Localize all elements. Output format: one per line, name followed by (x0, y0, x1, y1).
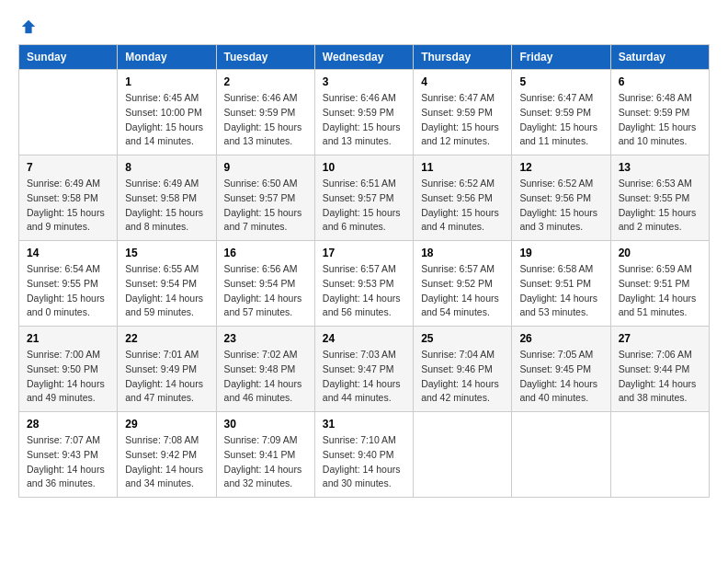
week-row-4: 21Sunrise: 7:00 AM Sunset: 9:50 PM Dayli… (19, 327, 710, 412)
calendar-cell (19, 70, 118, 155)
day-info: Sunrise: 6:47 AM Sunset: 9:59 PM Dayligh… (421, 91, 504, 149)
day-info: Sunrise: 6:59 AM Sunset: 9:51 PM Dayligh… (619, 262, 701, 320)
page-header (18, 18, 710, 35)
day-number: 9 (224, 161, 307, 174)
day-number: 7 (27, 161, 109, 174)
day-info: Sunrise: 6:49 AM Sunset: 9:58 PM Dayligh… (27, 177, 109, 235)
calendar-cell: 28Sunrise: 7:07 AM Sunset: 9:43 PM Dayli… (19, 412, 118, 498)
calendar-cell: 8Sunrise: 6:49 AM Sunset: 9:58 PM Daylig… (118, 155, 216, 241)
calendar-cell: 12Sunrise: 6:52 AM Sunset: 9:56 PM Dayli… (512, 155, 610, 241)
day-number: 14 (27, 247, 109, 259)
day-info: Sunrise: 6:48 AM Sunset: 9:59 PM Dayligh… (619, 91, 701, 149)
day-info: Sunrise: 7:08 AM Sunset: 9:42 PM Dayligh… (125, 433, 208, 491)
day-number: 24 (323, 332, 405, 345)
day-info: Sunrise: 6:58 AM Sunset: 9:51 PM Dayligh… (519, 262, 602, 320)
calendar-cell: 30Sunrise: 7:09 AM Sunset: 9:41 PM Dayli… (216, 412, 314, 498)
day-info: Sunrise: 6:51 AM Sunset: 9:57 PM Dayligh… (323, 177, 405, 235)
day-info: Sunrise: 7:06 AM Sunset: 9:44 PM Dayligh… (619, 348, 701, 406)
day-info: Sunrise: 6:53 AM Sunset: 9:55 PM Dayligh… (619, 177, 701, 235)
day-info: Sunrise: 6:50 AM Sunset: 9:57 PM Dayligh… (224, 177, 307, 235)
calendar-cell: 16Sunrise: 6:56 AM Sunset: 9:54 PM Dayli… (216, 241, 314, 327)
calendar-cell: 23Sunrise: 7:02 AM Sunset: 9:48 PM Dayli… (216, 327, 314, 412)
calendar-cell: 11Sunrise: 6:52 AM Sunset: 9:56 PM Dayli… (414, 155, 512, 241)
header-row: SundayMondayTuesdayWednesdayThursdayFrid… (19, 45, 710, 70)
calendar-cell: 3Sunrise: 6:46 AM Sunset: 9:59 PM Daylig… (314, 70, 413, 155)
logo-icon (20, 18, 37, 35)
header-day-sunday: Sunday (19, 45, 118, 70)
calendar-cell: 21Sunrise: 7:00 AM Sunset: 9:50 PM Dayli… (19, 327, 118, 412)
day-info: Sunrise: 7:05 AM Sunset: 9:45 PM Dayligh… (519, 348, 602, 406)
calendar-cell: 6Sunrise: 6:48 AM Sunset: 9:59 PM Daylig… (610, 70, 709, 155)
calendar-cell: 9Sunrise: 6:50 AM Sunset: 9:57 PM Daylig… (216, 155, 314, 241)
header-day-wednesday: Wednesday (314, 45, 413, 70)
calendar-cell: 29Sunrise: 7:08 AM Sunset: 9:42 PM Dayli… (118, 412, 216, 498)
week-row-2: 7Sunrise: 6:49 AM Sunset: 9:58 PM Daylig… (19, 155, 710, 241)
day-info: Sunrise: 7:10 AM Sunset: 9:40 PM Dayligh… (323, 433, 405, 491)
day-number: 25 (421, 332, 504, 345)
day-number: 31 (323, 418, 405, 431)
calendar-cell: 7Sunrise: 6:49 AM Sunset: 9:58 PM Daylig… (19, 155, 118, 241)
day-number: 13 (619, 161, 701, 174)
day-number: 15 (125, 247, 208, 259)
calendar-cell (512, 412, 610, 498)
day-info: Sunrise: 6:57 AM Sunset: 9:53 PM Dayligh… (323, 262, 405, 320)
day-info: Sunrise: 6:52 AM Sunset: 9:56 PM Dayligh… (519, 177, 602, 235)
day-number: 8 (125, 161, 208, 174)
day-info: Sunrise: 6:54 AM Sunset: 9:55 PM Dayligh… (27, 262, 109, 320)
calendar-cell: 18Sunrise: 6:57 AM Sunset: 9:52 PM Dayli… (414, 241, 512, 327)
week-row-1: 1Sunrise: 6:45 AM Sunset: 10:00 PM Dayli… (19, 70, 710, 155)
day-info: Sunrise: 6:57 AM Sunset: 9:52 PM Dayligh… (421, 262, 504, 320)
day-number: 23 (224, 332, 307, 345)
calendar-cell: 27Sunrise: 7:06 AM Sunset: 9:44 PM Dayli… (610, 327, 709, 412)
calendar-cell: 22Sunrise: 7:01 AM Sunset: 9:49 PM Dayli… (118, 327, 216, 412)
calendar-cell: 31Sunrise: 7:10 AM Sunset: 9:40 PM Dayli… (314, 412, 413, 498)
day-info: Sunrise: 6:55 AM Sunset: 9:54 PM Dayligh… (125, 262, 208, 320)
day-number: 20 (619, 247, 701, 259)
calendar-cell: 1Sunrise: 6:45 AM Sunset: 10:00 PM Dayli… (118, 70, 216, 155)
day-number: 16 (224, 247, 307, 259)
week-row-5: 28Sunrise: 7:07 AM Sunset: 9:43 PM Dayli… (19, 412, 710, 498)
calendar-cell: 14Sunrise: 6:54 AM Sunset: 9:55 PM Dayli… (19, 241, 118, 327)
header-day-thursday: Thursday (414, 45, 512, 70)
header-day-saturday: Saturday (610, 45, 709, 70)
calendar-cell: 20Sunrise: 6:59 AM Sunset: 9:51 PM Dayli… (610, 241, 709, 327)
day-number: 28 (27, 418, 109, 431)
calendar-cell: 13Sunrise: 6:53 AM Sunset: 9:55 PM Dayli… (610, 155, 709, 241)
header-day-friday: Friday (512, 45, 610, 70)
day-info: Sunrise: 7:00 AM Sunset: 9:50 PM Dayligh… (27, 348, 109, 406)
day-info: Sunrise: 6:47 AM Sunset: 9:59 PM Dayligh… (519, 91, 602, 149)
calendar-header: SundayMondayTuesdayWednesdayThursdayFrid… (19, 45, 710, 70)
day-number: 11 (421, 161, 504, 174)
day-number: 18 (421, 247, 504, 259)
day-number: 30 (224, 418, 307, 431)
logo (18, 18, 37, 35)
day-info: Sunrise: 6:46 AM Sunset: 9:59 PM Dayligh… (224, 91, 307, 149)
day-info: Sunrise: 7:07 AM Sunset: 9:43 PM Dayligh… (27, 433, 109, 491)
svg-marker-0 (22, 20, 35, 33)
calendar-body: 1Sunrise: 6:45 AM Sunset: 10:00 PM Dayli… (19, 70, 710, 498)
day-number: 29 (125, 418, 208, 431)
day-number: 6 (619, 75, 701, 88)
calendar-cell: 19Sunrise: 6:58 AM Sunset: 9:51 PM Dayli… (512, 241, 610, 327)
calendar-cell: 17Sunrise: 6:57 AM Sunset: 9:53 PM Dayli… (314, 241, 413, 327)
day-info: Sunrise: 7:09 AM Sunset: 9:41 PM Dayligh… (224, 433, 307, 491)
day-number: 22 (125, 332, 208, 345)
day-info: Sunrise: 7:03 AM Sunset: 9:47 PM Dayligh… (323, 348, 405, 406)
calendar-cell: 4Sunrise: 6:47 AM Sunset: 9:59 PM Daylig… (414, 70, 512, 155)
day-info: Sunrise: 6:46 AM Sunset: 9:59 PM Dayligh… (323, 91, 405, 149)
calendar-cell: 5Sunrise: 6:47 AM Sunset: 9:59 PM Daylig… (512, 70, 610, 155)
day-number: 12 (519, 161, 602, 174)
calendar-cell (610, 412, 709, 498)
day-number: 2 (224, 75, 307, 88)
day-info: Sunrise: 6:52 AM Sunset: 9:56 PM Dayligh… (421, 177, 504, 235)
calendar-table: SundayMondayTuesdayWednesdayThursdayFrid… (18, 44, 710, 498)
header-day-tuesday: Tuesday (216, 45, 314, 70)
calendar-cell: 2Sunrise: 6:46 AM Sunset: 9:59 PM Daylig… (216, 70, 314, 155)
day-number: 19 (519, 247, 602, 259)
day-number: 3 (323, 75, 405, 88)
day-number: 21 (27, 332, 109, 345)
header-day-monday: Monday (118, 45, 216, 70)
calendar-cell: 26Sunrise: 7:05 AM Sunset: 9:45 PM Dayli… (512, 327, 610, 412)
day-number: 5 (519, 75, 602, 88)
day-info: Sunrise: 6:49 AM Sunset: 9:58 PM Dayligh… (125, 177, 208, 235)
